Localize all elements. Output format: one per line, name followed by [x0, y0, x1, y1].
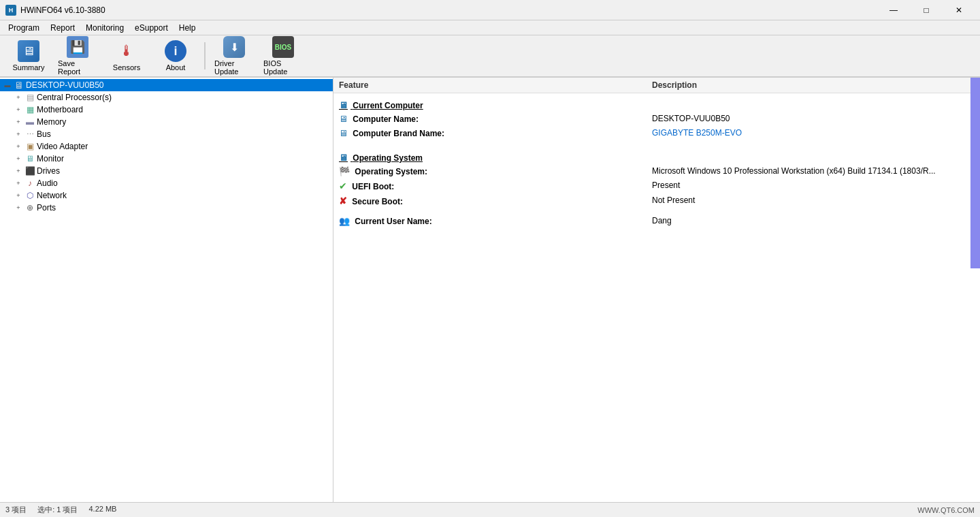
tree-mb-label: Motherboard	[37, 105, 83, 114]
users-icon: 👥	[339, 216, 350, 226]
status-items: 3 项目	[5, 505, 27, 515]
window-controls: — □ ✕	[878, 0, 975, 20]
desc-user: Dang	[647, 214, 980, 228]
os-section-icon: 🖥	[339, 153, 348, 163]
expand-icon-mem: +	[14, 119, 23, 125]
feature-os-label: Operating System:	[355, 167, 427, 176]
tree-cpu-label: Central Processor(s)	[37, 93, 112, 102]
tree-item-memory[interactable]: + ▬ Memory	[0, 116, 333, 128]
section-current-computer: 🖥 Current Computer	[333, 93, 980, 112]
tree-root[interactable]: ▬ 🖥 DESKTOP-VUU0B50	[0, 79, 333, 91]
tree-ports-label: Ports	[37, 203, 56, 213]
summary-label: Summary	[12, 63, 44, 72]
status-size: 4.22 MB	[88, 505, 116, 515]
table-row: 👥 Current User Name: Dang	[333, 214, 980, 228]
expand-icon-bus: +	[14, 131, 23, 138]
tree-item-bus[interactable]: + ⋯ Bus	[0, 128, 333, 140]
summary-button[interactable]: 🖥 Summary	[5, 37, 52, 74]
expand-icon-audio: +	[14, 180, 23, 187]
ports-icon: ⊕	[24, 202, 35, 213]
menu-help[interactable]: Help	[174, 22, 201, 34]
close-button[interactable]: ✕	[943, 0, 975, 20]
file-size: 4.22 MB	[88, 505, 116, 513]
x-icon: ✘	[339, 195, 347, 206]
title-bar-left: H HWiNFO64 v6.10-3880	[5, 5, 105, 16]
summary-icon: 🖥	[18, 40, 39, 62]
expand-icon-video: +	[14, 143, 23, 150]
tree-audio-label: Audio	[37, 178, 58, 188]
tree-panel: ▬ 🖥 DESKTOP-VUU0B50 + ▤ Central Processo…	[0, 78, 333, 502]
table-row: 🖥 Computer Brand Name: GIGABYTE B250M-EV…	[333, 126, 980, 140]
driver-update-button[interactable]: ⬇ Driver Update	[211, 37, 257, 74]
tree-item-network[interactable]: + ⬡ Network	[0, 189, 333, 202]
check-icon: ✔	[339, 181, 347, 191]
computer-icon-inline: 🖥	[339, 114, 348, 124]
menu-monitoring[interactable]: Monitoring	[80, 22, 129, 34]
network-icon: ⬡	[24, 190, 35, 201]
save-report-button[interactable]: 💾 Save Report	[54, 37, 101, 74]
minimize-button[interactable]: —	[878, 0, 909, 20]
desc-uefi: Present	[647, 178, 980, 193]
desc-computer-name: DESKTOP-VUU0B50	[647, 112, 980, 126]
feature-secure-boot: ✘ Secure Boot:	[333, 193, 647, 208]
expand-icon-ports: +	[14, 204, 23, 211]
windows-icon: 🏁	[339, 166, 350, 176]
driver-update-icon: ⬇	[223, 36, 245, 58]
detail-table: Feature Description 🖥 Current Computer 🖥…	[333, 78, 980, 228]
feature-user: 👥 Current User Name:	[333, 214, 647, 228]
feature-user-label: Current User Name:	[355, 217, 431, 226]
motherboard-icon: ▦	[24, 104, 35, 115]
tree-item-cpu[interactable]: + ▤ Central Processor(s)	[0, 91, 333, 104]
tree-bus-label: Bus	[37, 129, 51, 139]
drives-icon: ⬛	[24, 166, 35, 176]
feature-computer-name-label: Computer Name:	[353, 114, 419, 124]
tree-item-motherboard[interactable]: + ▦ Motherboard	[0, 104, 333, 116]
tree-video-label: Video Adapter	[37, 142, 88, 151]
bios-update-icon: BIOS	[272, 36, 294, 58]
monitor-icon: 🖥	[24, 153, 35, 164]
desc-os: Microsoft Windows 10 Professional Workst…	[647, 164, 980, 178]
sensors-button[interactable]: 🌡 Sensors	[103, 37, 150, 74]
main-area: ▬ 🖥 DESKTOP-VUU0B50 + ▤ Central Processo…	[0, 78, 980, 502]
save-report-icon: 💾	[67, 36, 88, 58]
menu-program[interactable]: Program	[3, 22, 45, 34]
toolbar-separator	[204, 42, 206, 69]
tree-item-audio[interactable]: + ♪ Audio	[0, 177, 333, 189]
status-watermark: WWW.QT6.COM	[917, 506, 975, 514]
brand-name-link[interactable]: GIGABYTE B250M-EVO	[652, 128, 742, 138]
expand-icon-monitor: +	[14, 155, 23, 162]
bus-icon: ⋯	[24, 129, 35, 140]
about-icon: i	[165, 40, 186, 62]
table-row: ✘ Secure Boot: Not Present	[333, 193, 980, 208]
spacer-row-2	[333, 208, 980, 214]
about-label: About	[166, 63, 186, 72]
tree-item-video[interactable]: + ▣ Video Adapter	[0, 140, 333, 153]
status-selected: 选中: 1 项目	[37, 505, 78, 515]
bios-update-label: BIOS Update	[263, 59, 303, 76]
about-button[interactable]: i About	[152, 37, 199, 74]
sensors-icon: 🌡	[116, 40, 137, 62]
computer-icon: 🖥	[14, 80, 24, 91]
menu-esupport[interactable]: eSupport	[129, 22, 174, 34]
tree-drives-label: Drives	[37, 166, 60, 176]
section-title-computer: Current Computer	[353, 101, 423, 110]
section-os: 🖥 Operating System	[333, 146, 980, 164]
menu-report[interactable]: Report	[45, 22, 80, 34]
feature-os: 🏁 Operating System:	[333, 164, 647, 178]
tree-mem-label: Memory	[37, 117, 66, 127]
detail-panel: Feature Description 🖥 Current Computer 🖥…	[333, 78, 980, 502]
tree-root-label: DESKTOP-VUU0B50	[26, 80, 104, 90]
table-row: 🏁 Operating System: Microsoft Windows 10…	[333, 164, 980, 178]
side-indicator[interactable]	[970, 78, 980, 268]
tree-item-ports[interactable]: + ⊕ Ports	[0, 202, 333, 214]
tree-item-drives[interactable]: + ⬛ Drives	[0, 165, 333, 177]
col-feature: Feature	[333, 78, 647, 93]
status-bar-left: 3 项目 选中: 1 项目 4.22 MB	[5, 505, 116, 515]
tree-item-monitor[interactable]: + 🖥 Monitor	[0, 153, 333, 165]
window-title: HWiNFO64 v6.10-3880	[20, 5, 105, 15]
maximize-button[interactable]: □	[911, 0, 942, 20]
feature-computer-name: 🖥 Computer Name:	[333, 112, 647, 126]
feature-uefi: ✔ UEFI Boot:	[333, 178, 647, 193]
table-row: ✔ UEFI Boot: Present	[333, 178, 980, 193]
bios-update-button[interactable]: BIOS BIOS Update	[260, 37, 306, 74]
